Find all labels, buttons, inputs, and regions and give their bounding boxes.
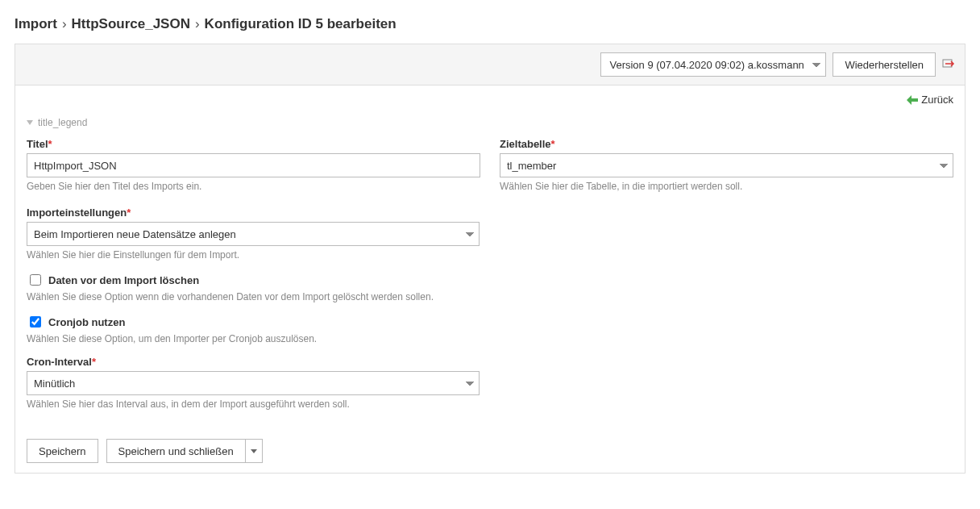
delete-before-checkbox[interactable] <box>30 274 41 286</box>
breadcrumb-current: Konfiguration ID 5 bearbeiten <box>205 16 397 32</box>
breadcrumb: Import › HttpSource_JSON › Konfiguration… <box>15 16 965 32</box>
chevron-down-icon <box>27 120 33 125</box>
cron-interval-label: Cron-Interval* <box>27 356 480 368</box>
legend-title: title_legend <box>38 117 87 128</box>
target-table-select[interactable]: tl_member <box>500 153 953 177</box>
version-select[interactable]: Version 9 (07.04.2020 09:02) a.kossmann <box>600 52 826 77</box>
chevron-down-icon <box>251 449 257 453</box>
panel-header: Version 9 (07.04.2020 09:02) a.kossmann … <box>15 44 965 86</box>
cron-interval-select[interactable]: Minütlich <box>27 371 480 395</box>
breadcrumb-separator: › <box>195 16 200 32</box>
title-input[interactable] <box>27 153 480 177</box>
title-help: Geben Sie hier den Titel des Imports ein… <box>27 181 480 192</box>
breadcrumb-source[interactable]: HttpSource_JSON <box>72 16 190 32</box>
breadcrumb-root[interactable]: Import <box>15 16 57 32</box>
back-label: Zurück <box>921 94 953 106</box>
back-arrow-icon <box>907 95 918 105</box>
restore-button[interactable]: Wiederherstellen <box>833 52 936 77</box>
import-settings-select[interactable]: Beim Importieren neue Datensätze anlegen <box>27 222 480 246</box>
breadcrumb-separator: › <box>62 16 67 32</box>
use-cron-label[interactable]: Cronjob nutzen <box>48 316 125 328</box>
cron-interval-help: Wählen Sie hier das Interval aus, in dem… <box>27 398 480 410</box>
save-close-dropdown[interactable] <box>245 439 263 463</box>
import-settings-label: Importeinstellungen* <box>27 207 480 219</box>
import-settings-help: Wählen Sie hier die Einstellungen für de… <box>27 249 480 261</box>
title-label: Titel* <box>27 138 480 150</box>
target-table-label: Zieltabelle* <box>500 138 953 150</box>
panel-subheader: Zurück <box>15 86 965 112</box>
target-table-help: Wählen Sie hier die Tabelle, in die impo… <box>500 181 953 192</box>
use-cron-checkbox[interactable] <box>30 316 41 328</box>
save-button[interactable]: Speichern <box>27 439 98 463</box>
save-close-button[interactable]: Speichern und schließen <box>106 439 245 463</box>
delete-before-help: Wählen Sie diese Option wenn die vorhand… <box>27 291 953 302</box>
legend-toggle[interactable]: title_legend <box>15 112 965 135</box>
delete-before-label[interactable]: Daten vor dem Import löschen <box>48 274 199 286</box>
edit-panel: Version 9 (07.04.2020 09:02) a.kossmann … <box>15 44 965 474</box>
compare-icon[interactable] <box>942 57 955 73</box>
use-cron-help: Wählen Sie diese Option, um den Importer… <box>27 333 953 344</box>
panel-footer: Speichern Speichern und schließen <box>15 429 965 473</box>
back-link[interactable]: Zurück <box>907 94 953 106</box>
form-body: Titel* Geben Sie hier den Titel des Impo… <box>15 135 965 429</box>
